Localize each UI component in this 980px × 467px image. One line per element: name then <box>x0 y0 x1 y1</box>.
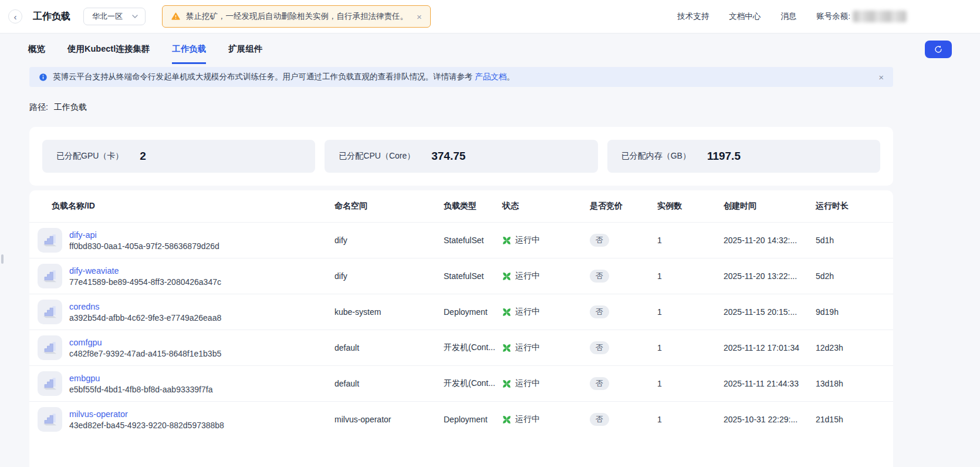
workload-name-link[interactable]: coredns <box>69 302 221 311</box>
workload-stairs-icon <box>41 303 59 321</box>
workload-name-id: embgpue5bf55fd-4bd1-4fb8-bf8d-aab93339f7… <box>69 374 212 394</box>
nav-docs-center[interactable]: 文档中心 <box>729 11 761 22</box>
notice-close-icon[interactable]: × <box>878 72 884 82</box>
namespace-cell: kube-system <box>334 307 444 317</box>
running-status-icon <box>502 236 511 245</box>
column-header: 是否竞价 <box>590 201 657 211</box>
mining-warning-banner: 禁止挖矿，一经发现后自动删除相关实例，自行承担法律责任。 × <box>162 5 431 28</box>
status-text: 运行中 <box>515 342 540 353</box>
column-header: 命名空间 <box>334 201 444 211</box>
stat-value: 1197.5 <box>707 150 741 163</box>
warning-triangle-icon <box>171 12 181 21</box>
nav-messages[interactable]: 消息 <box>780 11 796 22</box>
created-time-cell: 2025-11-15 20:15:... <box>724 307 816 317</box>
table-row: dify-weaviate77e41589-be89-4954-8ff3-208… <box>29 258 893 294</box>
region-select[interactable]: 华北一区 <box>83 8 146 25</box>
spot-cell: 否 <box>590 234 657 247</box>
instances-cell: 1 <box>657 343 724 352</box>
stat-card: 已分配CPU（Core）374.75 <box>325 140 597 173</box>
duration-cell: 21d15h <box>816 415 893 424</box>
tab-overview[interactable]: 概览 <box>28 34 45 64</box>
tabs-bar: 概览使用Kubectl连接集群工作负载扩展组件 <box>0 33 980 65</box>
status-cell: 运行中 <box>502 307 590 317</box>
running-status-icon <box>502 379 511 388</box>
status-cell: 运行中 <box>502 414 590 425</box>
info-icon <box>39 73 48 82</box>
instances-cell: 1 <box>657 271 724 281</box>
duration-cell: 9d19h <box>816 307 893 317</box>
tab-workloads[interactable]: 工作负载 <box>172 34 206 64</box>
product-docs-link[interactable]: 产品文档 <box>475 72 506 81</box>
column-header: 创建时间 <box>724 201 816 211</box>
workload-icon-tile <box>38 407 62 432</box>
workload-id: 43ed82ef-ba45-4923-9220-882d597388b8 <box>69 421 224 430</box>
allocation-stats-panel: 已分配GPU（卡）2已分配CPU（Core）374.75已分配内存（GB）119… <box>29 127 893 186</box>
running-status-icon <box>502 344 511 352</box>
path-label: 路径: <box>29 102 48 112</box>
workload-type-cell: Deployment <box>444 415 502 424</box>
stat-card: 已分配内存（GB）1197.5 <box>607 140 880 173</box>
spot-badge: 否 <box>590 305 609 318</box>
status-cell: 运行中 <box>502 271 590 281</box>
workload-id: e5bf55fd-4bd1-4fb8-bf8d-aab93339f7fa <box>69 385 212 394</box>
status-text: 运行中 <box>515 271 540 281</box>
status-cell: 运行中 <box>502 342 590 353</box>
balance-redacted-value <box>853 11 907 22</box>
workload-name-cell: embgpue5bf55fd-4bd1-4fb8-bf8d-aab93339f7… <box>38 371 334 396</box>
instances-cell: 1 <box>657 379 724 388</box>
workload-name-cell: dify-apiff0bd830-0aa1-405a-97f2-58636879… <box>38 228 334 253</box>
workload-name-id: dify-apiff0bd830-0aa1-405a-97f2-58636879… <box>69 230 219 251</box>
spot-cell: 否 <box>590 270 657 283</box>
info-notice-banner: 英博云平台支持从终端命令行发起单机或大规模分布式训练任务。用户可通过工作负载直观… <box>29 67 893 87</box>
workload-name-link[interactable]: milvus-operator <box>69 409 224 419</box>
nav-tech-support[interactable]: 技术支持 <box>677 11 709 22</box>
workload-stairs-icon <box>41 375 59 392</box>
workload-id: ff0bd830-0aa1-405a-97f2-58636879d26d <box>69 241 219 251</box>
warning-close-icon[interactable]: × <box>417 12 422 22</box>
table-header-row: 负载名称/ID命名空间负载类型状态是否竞价实例数创建时间运行时长 <box>29 190 893 222</box>
namespace-cell: dify <box>334 236 444 245</box>
workload-name-link[interactable]: dify-api <box>69 230 219 240</box>
workload-type-cell: Deployment <box>444 307 502 317</box>
back-button[interactable]: ‹ <box>8 9 22 23</box>
status-text: 运行中 <box>515 235 540 246</box>
table-row: embgpue5bf55fd-4bd1-4fb8-bf8d-aab93339f7… <box>29 365 893 401</box>
workloads-table: 负载名称/ID命名空间负载类型状态是否竞价实例数创建时间运行时长 dify-ap… <box>29 190 893 467</box>
column-header: 负载名称/ID <box>38 201 334 211</box>
stat-card: 已分配GPU（卡）2 <box>42 140 315 173</box>
spot-badge: 否 <box>590 377 609 390</box>
refresh-button[interactable] <box>925 41 952 58</box>
workload-icon-tile <box>38 335 62 360</box>
running-status-icon <box>502 308 511 317</box>
breadcrumb: 路径: 工作负载 <box>29 102 893 113</box>
workload-id: c482f8e7-9392-47ad-a415-8648f1e1b3b5 <box>69 349 221 358</box>
spot-cell: 否 <box>590 305 657 318</box>
workload-name-cell: corednsa392b54d-afbb-4c62-9fe3-e7749a26e… <box>38 300 334 324</box>
workload-name-link[interactable]: comfgpu <box>69 338 221 347</box>
chevron-down-icon <box>132 15 138 18</box>
scrollbar-thumb[interactable] <box>1 254 4 264</box>
workload-name-id: comfgpuc482f8e7-9392-47ad-a415-8648f1e1b… <box>69 338 221 358</box>
main-content: 英博云平台支持从终端命令行发起单机或大规模分布式训练任务。用户可通过工作负载直观… <box>0 65 980 467</box>
tab-kubectl-connect[interactable]: 使用Kubectl连接集群 <box>67 34 150 64</box>
stat-label: 已分配GPU（卡） <box>56 151 123 162</box>
workload-name-link[interactable]: embgpu <box>69 374 212 383</box>
workload-type-cell: 开发机(Cont... <box>444 378 502 389</box>
instances-cell: 1 <box>657 307 724 317</box>
spot-badge: 否 <box>590 413 609 426</box>
workload-name-id: milvus-operator43ed82ef-ba45-4923-9220-8… <box>69 409 224 430</box>
account-balance: 账号余额: <box>816 11 907 22</box>
table-row: milvus-operator43ed82ef-ba45-4923-9220-8… <box>29 401 893 437</box>
workload-stairs-icon <box>41 339 59 357</box>
workload-name-id: corednsa392b54d-afbb-4c62-9fe3-e7749a26e… <box>69 302 221 322</box>
tab-extensions[interactable]: 扩展组件 <box>228 34 262 64</box>
running-status-icon <box>502 272 511 281</box>
workload-name-link[interactable]: dify-weaviate <box>69 266 221 276</box>
namespace-cell: dify <box>334 271 444 281</box>
path-value: 工作负载 <box>54 102 87 112</box>
status-cell: 运行中 <box>502 378 590 389</box>
app-header: ‹ 工作负载 华北一区 禁止挖矿，一经发现后自动删除相关实例，自行承担法律责任。… <box>0 0 980 33</box>
workload-name-id: dify-weaviate77e41589-be89-4954-8ff3-208… <box>69 266 221 287</box>
region-select-value: 华北一区 <box>92 11 123 22</box>
column-header: 运行时长 <box>816 201 893 211</box>
